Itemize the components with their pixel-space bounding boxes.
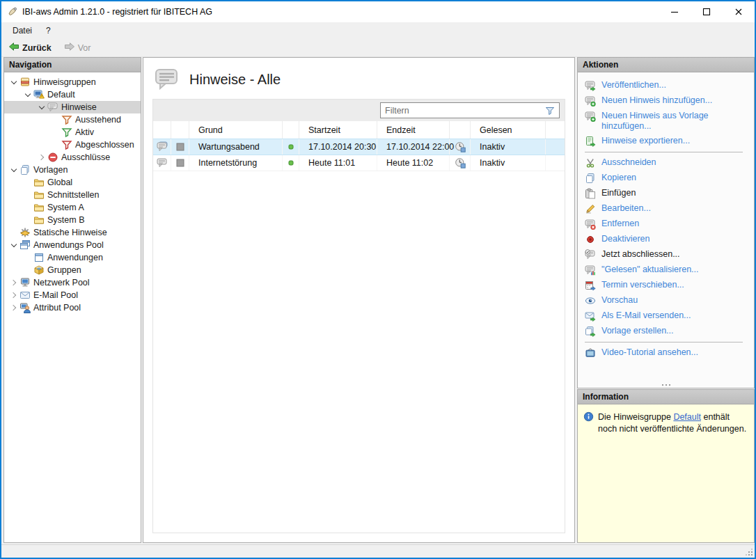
action-termin-verschieben[interactable]: Termin verschieben...	[583, 278, 750, 293]
groups-icon	[33, 265, 45, 276]
table-row-wartungsabend[interactable]: Wartungsabend17.10.2014 20:3017.10.2014 …	[153, 139, 565, 155]
tree-item-label: System A	[45, 203, 84, 212]
table-row-internetstörung[interactable]: InternetstörungHeute 11:01Heute 11:02Ina…	[153, 155, 565, 171]
chevron-placeholder	[50, 114, 61, 125]
window-title: IBI-aws Admin 1.21.0 - registriert für I…	[22, 7, 212, 17]
add-from-template-icon	[585, 111, 596, 122]
action-label: Bearbeiten...	[601, 203, 651, 214]
maximize-button[interactable]	[691, 1, 723, 22]
email-pool-icon	[19, 290, 31, 301]
default-group-link[interactable]: Default	[673, 412, 701, 422]
tree-item-abgeschlossen[interactable]: Abgeschlossen	[4, 139, 141, 151]
action-label: Termin verschieben...	[601, 280, 684, 290]
action-label: Vorlage erstellen...	[601, 326, 674, 336]
chevron-expanded-icon[interactable]	[8, 77, 19, 88]
tree-item-vorlagen[interactable]: Vorlagen	[4, 164, 141, 176]
tree-item-hinweise[interactable]: Hinweise	[4, 101, 141, 113]
tree-item-e-mail-pool[interactable]: E-Mail Pool	[4, 289, 141, 301]
tree-item-netzwerk-pool[interactable]: Netzwerk Pool	[4, 276, 141, 289]
exclusions-icon	[47, 152, 58, 163]
action-einfügen[interactable]: Einfügen	[583, 186, 750, 201]
action-hinweise-exportieren[interactable]: Hinweise exportieren...	[583, 134, 750, 149]
chevron-placeholder	[8, 227, 19, 238]
action-neuen-hinweis-aus-vorlage-hinzufügen[interactable]: Neuen Hinweis aus Vorlage hinzufügen...	[583, 109, 750, 134]
publish-icon	[585, 80, 596, 91]
action-label: Neuen Hinweis hinzufügen...	[601, 95, 712, 106]
tree-item-schnittstellen[interactable]: Schnittstellen	[4, 189, 141, 201]
back-button[interactable]: Zurück	[6, 40, 54, 56]
tree-item-system-a[interactable]: System A	[4, 201, 141, 214]
cell-gelesen: Inaktiv	[471, 155, 546, 171]
information-header: Information	[578, 390, 754, 404]
action-label: Ausschneiden	[601, 157, 656, 168]
menu-datei[interactable]: Datei	[7, 24, 38, 38]
chevron-expanded-icon[interactable]	[8, 239, 19, 251]
actions-separator	[585, 342, 743, 343]
attribute-pool-icon	[19, 302, 31, 313]
notices-table: GrundStartzeitEndzeitGelesen Wartungsabe…	[152, 99, 565, 533]
green-dot-icon	[283, 155, 299, 171]
chevron-collapsed-icon[interactable]	[8, 302, 19, 313]
folder-icon	[33, 214, 45, 226]
cell-grund: Wartungsabend	[189, 139, 283, 155]
tree-item-aktiv[interactable]: Aktiv	[4, 126, 141, 139]
tree-item-label: Aktiv	[72, 127, 94, 137]
menu-help[interactable]: ?	[40, 24, 56, 38]
back-arrow-icon	[8, 41, 19, 54]
chevron-collapsed-icon[interactable]	[8, 290, 19, 301]
minimize-button[interactable]	[659, 1, 691, 22]
tree-item-system-b[interactable]: System B	[4, 214, 141, 226]
action-ausschneiden[interactable]: Ausschneiden	[583, 155, 750, 171]
chevron-collapsed-icon[interactable]	[36, 152, 47, 163]
tree-item-ausstehend[interactable]: Ausstehend	[4, 113, 141, 126]
tree-item-statische-hinweise[interactable]: Statische Hinweise	[4, 226, 141, 239]
remove-icon	[585, 219, 596, 230]
column-header-startzeit[interactable]: Startzeit	[299, 121, 377, 139]
tree-item-default[interactable]: Default	[4, 88, 141, 101]
forward-button-label: Vor	[78, 43, 91, 53]
cell-endzeit: Heute 11:02	[377, 155, 450, 171]
tree-item-anwendungen[interactable]: Anwendungen	[4, 251, 141, 264]
app-window: IBI-aws Admin 1.21.0 - registriert für I…	[0, 0, 756, 559]
tree-item-attribut-pool[interactable]: Attribut Pool	[4, 301, 141, 314]
action-kopieren[interactable]: Kopieren	[583, 171, 750, 186]
action-als-e-mail-versenden[interactable]: Als E-Mail versenden...	[583, 308, 750, 324]
column-header-gelesen[interactable]: Gelesen	[471, 121, 546, 139]
action-bearbeiten[interactable]: Bearbeiten...	[583, 201, 750, 216]
action-deaktivieren[interactable]: Deaktivieren	[583, 232, 750, 247]
action-entfernen[interactable]: Entfernen	[583, 216, 750, 232]
action-vorschau[interactable]: Vorschau	[583, 293, 750, 308]
filter-funnel-icon[interactable]	[544, 105, 556, 116]
tree-item-anwendungs-pool[interactable]: Anwendungs Pool	[4, 239, 141, 251]
chevron-collapsed-icon[interactable]	[8, 277, 19, 288]
column-header-empty	[171, 121, 189, 139]
tree-item-label: Vorlagen	[31, 165, 68, 175]
panel-splitter[interactable]	[578, 382, 754, 388]
column-header-grund[interactable]: Grund	[189, 121, 283, 139]
chevron-expanded-icon[interactable]	[8, 164, 19, 175]
tree-item-label: Gruppen	[45, 265, 81, 275]
close-button[interactable]	[723, 1, 755, 22]
tree-item-gruppen[interactable]: Gruppen	[4, 264, 141, 276]
funnel-orange-icon	[61, 114, 72, 125]
column-header-endzeit[interactable]: Endzeit	[377, 121, 450, 139]
chevron-placeholder	[50, 127, 61, 138]
paste-icon	[585, 188, 596, 199]
action-veröffentlichen[interactable]: Veröffentlichen...	[583, 78, 750, 93]
filter-input[interactable]	[381, 106, 544, 116]
action-vorlage-erstellen[interactable]: Vorlage erstellen...	[583, 324, 750, 339]
chevron-expanded-icon[interactable]	[36, 102, 47, 113]
chevron-expanded-icon[interactable]	[22, 89, 33, 100]
tree-item-ausschlüsse[interactable]: Ausschlüsse	[4, 151, 141, 164]
action-label: Kopieren	[601, 173, 636, 183]
action-video-tutorial-ansehen[interactable]: Video-Tutorial ansehen...	[583, 345, 750, 361]
resize-grip[interactable]	[745, 548, 753, 556]
forward-button[interactable]: Vor	[61, 40, 94, 56]
action-neuen-hinweis-hinzufügen[interactable]: Neuen Hinweis hinzufügen...	[583, 93, 750, 109]
cell-startzeit: Heute 11:01	[299, 155, 377, 171]
tree-item-global[interactable]: Global	[4, 176, 141, 189]
action-gelesen-aktualisieren[interactable]: "Gelesen" aktualisieren...	[583, 262, 750, 278]
information-panel: Information Die Hinweisgruppe Default en…	[577, 389, 755, 543]
action-jetzt-abschliessen[interactable]: Jetzt abschliessen...	[583, 247, 750, 262]
tree-item-hinweisgruppen[interactable]: Hinweisgruppen	[4, 76, 141, 88]
